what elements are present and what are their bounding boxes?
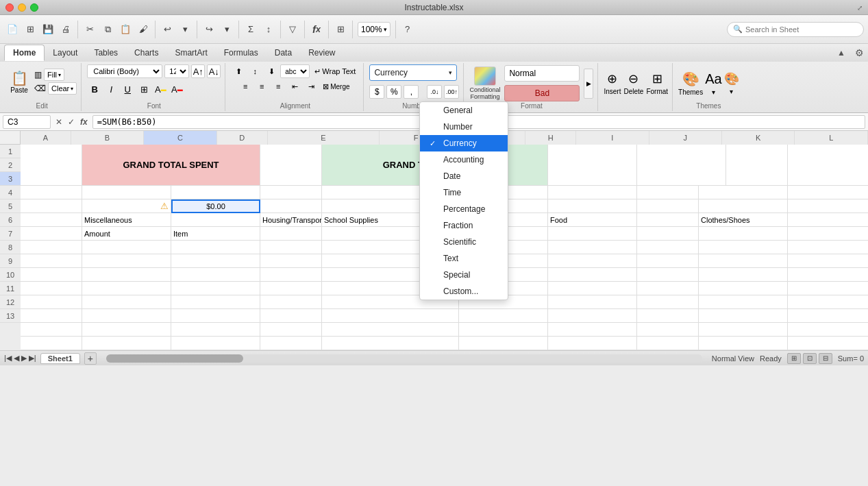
horizontal-scrollbar[interactable] xyxy=(106,354,702,363)
decrease-decimal-btn[interactable]: .0↓ xyxy=(427,85,442,99)
cell-a6[interactable] xyxy=(21,241,82,254)
align-left-btn[interactable]: ≡ xyxy=(238,80,253,93)
filter-icon[interactable]: ▽ xyxy=(284,21,301,38)
tab-charts[interactable]: Charts xyxy=(126,45,166,61)
row-num-4[interactable]: 4 xyxy=(0,186,21,199)
align-bottom-btn[interactable]: ⬇ xyxy=(264,64,279,78)
font-family-select[interactable]: Calibri (Body) xyxy=(87,64,162,78)
align-top-btn[interactable]: ⬆ xyxy=(231,64,246,78)
fx-icon[interactable]: fx xyxy=(308,21,325,38)
search-input[interactable] xyxy=(745,25,855,34)
menu-item-currency[interactable]: ✓ Currency xyxy=(420,135,508,151)
undo-drop-icon[interactable]: ▾ xyxy=(177,21,193,38)
accounting-style-btn[interactable]: $ xyxy=(369,85,384,99)
sort-icon[interactable]: ↕ xyxy=(260,21,277,38)
cell-h5[interactable] xyxy=(637,227,699,241)
cell-d3[interactable] xyxy=(260,199,322,213)
increase-decimal-btn[interactable]: .00↑ xyxy=(444,85,459,99)
cell-b3[interactable]: ⚠ xyxy=(82,199,171,213)
align-center-btn[interactable]: ≡ xyxy=(254,80,269,93)
ribbon-settings-icon[interactable]: ⚙ xyxy=(855,47,864,58)
font-color-button[interactable]: A▬ xyxy=(169,82,184,97)
col-header-d[interactable]: D xyxy=(217,131,268,145)
row-num-7[interactable]: 7 xyxy=(0,227,21,241)
sheet-nav-prev[interactable]: ◀ xyxy=(14,354,19,363)
clear-dropdown[interactable]: Clear ▾ xyxy=(48,82,77,95)
cell-g5[interactable] xyxy=(548,227,637,241)
cancel-formula-icon[interactable]: ✕ xyxy=(53,117,64,127)
cell-a5[interactable] xyxy=(21,227,82,241)
col-header-i[interactable]: I xyxy=(576,131,649,145)
maximize-button[interactable] xyxy=(30,3,38,12)
cell-g3[interactable] xyxy=(548,199,637,213)
cell-g2[interactable] xyxy=(548,186,637,199)
sum-icon[interactable]: Σ xyxy=(243,21,259,38)
themes-button[interactable]: 🎨 Themes xyxy=(678,71,703,96)
align-right-btn[interactable]: ≡ xyxy=(271,80,286,93)
cell-reference-box[interactable]: C3 xyxy=(3,115,51,129)
col-header-c[interactable]: C xyxy=(144,131,216,145)
cell-b4[interactable]: Miscellaneous xyxy=(82,213,171,227)
cell-b2[interactable] xyxy=(82,186,171,199)
fill-dropdown[interactable]: Fill ▾ xyxy=(44,69,64,81)
increase-font-btn[interactable]: A↑ xyxy=(191,64,205,78)
decrease-font-btn[interactable]: A↓ xyxy=(207,64,221,78)
cell-d2[interactable] xyxy=(260,186,322,199)
row-num-12[interactable]: 12 xyxy=(0,295,21,309)
ribbon-collapse-icon[interactable]: ▲ xyxy=(837,48,845,58)
menu-item-accounting[interactable]: Accounting xyxy=(420,151,508,168)
app-icon[interactable]: ⊞ xyxy=(22,21,38,38)
copy-icon[interactable]: ⧉ xyxy=(99,21,116,38)
cell-h4[interactable] xyxy=(637,213,699,227)
cell-d1[interactable] xyxy=(260,145,322,186)
fx-formula-icon[interactable]: fx xyxy=(78,117,90,127)
bad-style-button[interactable]: Bad xyxy=(504,85,580,101)
menu-item-percentage[interactable]: Percentage xyxy=(420,201,508,217)
italic-button[interactable]: I xyxy=(103,82,119,97)
cell-d4[interactable]: Housing/Transportaion xyxy=(260,213,322,227)
print-icon[interactable]: 🖨 xyxy=(58,21,74,38)
add-sheet-button[interactable]: + xyxy=(84,352,97,365)
gallery-icon[interactable]: ⊞ xyxy=(332,21,349,38)
menu-item-date[interactable]: Date xyxy=(420,168,508,184)
underline-button[interactable]: U xyxy=(120,82,135,97)
cell-f1[interactable] xyxy=(548,145,637,186)
percent-btn[interactable]: % xyxy=(386,85,401,99)
tab-home[interactable]: Home xyxy=(4,45,45,61)
search-box[interactable]: 🔍 xyxy=(727,22,864,37)
cell-h1[interactable] xyxy=(726,145,788,186)
menu-item-custom[interactable]: Custom... xyxy=(420,283,508,300)
cell-i3[interactable] xyxy=(699,199,788,213)
tab-layout[interactable]: Layout xyxy=(45,45,86,61)
redo-icon[interactable]: ↪ xyxy=(201,21,217,38)
delete-cells-button[interactable]: ⊖ Delete xyxy=(623,71,643,95)
redo-drop-icon[interactable]: ▾ xyxy=(219,21,235,38)
col-header-j[interactable]: J xyxy=(649,131,722,145)
page-break-btn[interactable]: ⊟ xyxy=(819,353,832,364)
tab-tables[interactable]: Tables xyxy=(86,45,126,61)
menu-item-scientific[interactable]: Scientific xyxy=(420,234,508,250)
paste-button[interactable]: 📋 Paste xyxy=(7,66,32,97)
conditional-formatting-button[interactable]: ConditionalFormatting xyxy=(469,66,500,100)
cell-a3[interactable] xyxy=(21,199,82,213)
new-file-icon[interactable]: 📄 xyxy=(4,21,21,38)
cell-j3[interactable] xyxy=(788,199,868,213)
resize-icon[interactable]: ⤢ xyxy=(857,4,863,12)
cell-a1[interactable] xyxy=(21,145,82,186)
cell-h2[interactable] xyxy=(637,186,699,199)
number-format-dropdown[interactable]: Currency ▾ xyxy=(369,64,457,81)
tab-data[interactable]: Data xyxy=(266,45,300,61)
col-header-e[interactable]: E xyxy=(268,131,380,145)
cell-j2[interactable] xyxy=(788,186,868,199)
help-icon[interactable]: ? xyxy=(399,21,416,38)
decrease-indent-btn[interactable]: ⇤ xyxy=(287,80,302,93)
confirm-formula-icon[interactable]: ✓ xyxy=(66,117,77,127)
row-num-13[interactable]: 13 xyxy=(0,309,21,323)
col-header-l[interactable]: L xyxy=(795,131,867,145)
font-theme-button[interactable]: Aa ▾ xyxy=(705,71,721,96)
cell-c2[interactable] xyxy=(171,186,260,199)
menu-item-time[interactable]: Time xyxy=(420,184,508,201)
cell-i5[interactable] xyxy=(699,227,788,241)
cell-b5[interactable]: Amount xyxy=(82,227,171,241)
align-middle-btn[interactable]: ↕ xyxy=(247,64,262,78)
